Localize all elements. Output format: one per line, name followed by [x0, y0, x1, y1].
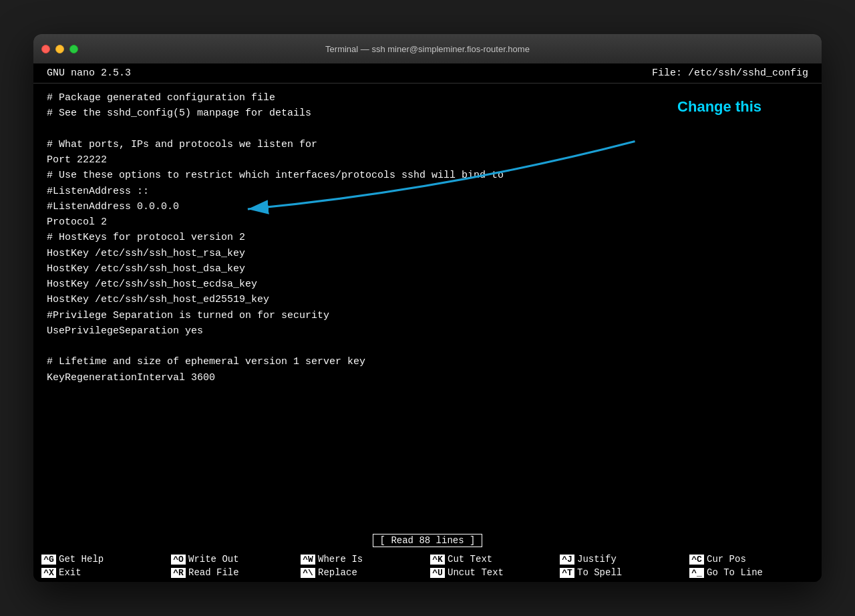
shortcut-item[interactable]: ^RRead File [168, 566, 298, 579]
editor-area[interactable]: # Package generated configuration file# … [33, 84, 822, 531]
status-bar: [ Read 88 lines ] [33, 531, 822, 550]
shortcut-item[interactable]: ^KCut Text [428, 553, 557, 566]
shortcut-key: ^J [560, 555, 574, 565]
shortcut-key: ^W [301, 555, 315, 565]
shortcut-key: ^\ [301, 568, 315, 578]
shortcut-label: Exit [59, 567, 81, 578]
editor-line [47, 339, 808, 354]
editor-line: HostKey /etc/ssh/ssh_host_ecdsa_key [47, 277, 808, 292]
editor-line: # What ports, IPs and protocols we liste… [47, 137, 808, 152]
shortcut-key: ^C [689, 555, 704, 565]
shortcut-key: ^O [171, 555, 186, 565]
nano-version: GNU nano 2.5.3 [47, 67, 131, 79]
titlebar: Terminal — ssh miner@simpleminer.fios-ro… [33, 34, 822, 63]
shortcut-item[interactable]: ^GGet Help [39, 553, 168, 566]
shortcut-label: Cut Text [448, 554, 492, 565]
status-message: [ Read 88 lines ] [373, 534, 483, 547]
nano-header: GNU nano 2.5.3 File: /etc/ssh/sshd_confi… [33, 63, 822, 84]
shortcut-label: To Spell [577, 567, 622, 578]
editor-line: # Package generated configuration file [47, 90, 808, 106]
editor-line: Protocol 2 [47, 214, 808, 230]
traffic-lights [41, 45, 78, 53]
shortcut-item[interactable]: ^TTo Spell [557, 566, 687, 579]
editor-content: # Package generated configuration file# … [47, 90, 808, 386]
editor-line: HostKey /etc/ssh/ssh_host_dsa_key [47, 261, 808, 277]
shortcut-item[interactable]: ^JJustify [557, 553, 687, 566]
shortcut-item[interactable]: ^UUncut Text [428, 566, 557, 579]
editor-line: HostKey /etc/ssh/ssh_host_ed25519_key [47, 292, 808, 307]
shortcut-row-2: ^XExit^RRead File^\Replace^UUncut Text^T… [39, 566, 816, 579]
shortcut-label: Read File [188, 567, 239, 578]
shortcut-key: ^U [430, 568, 445, 578]
editor-line: KeyRegenerationInterval 3600 [47, 370, 808, 386]
maximize-button[interactable] [69, 45, 78, 53]
shortcut-key: ^R [171, 568, 186, 578]
editor-line: UsePrivilegeSeparation yes [47, 323, 808, 339]
shortcut-label: Uncut Text [448, 567, 504, 578]
shortcut-label: Where Is [318, 554, 363, 565]
editor-line: #Privilege Separation is turned on for s… [47, 308, 808, 323]
shortcut-item[interactable]: ^CCur Pos [687, 553, 816, 566]
editor-line: # See the sshd_config(5) manpage for det… [47, 106, 808, 121]
editor-line: HostKey /etc/ssh/ssh_host_rsa_key [47, 246, 808, 261]
terminal-window: Terminal — ssh miner@simpleminer.fios-ro… [33, 34, 822, 582]
editor-line: # Use these options to restrict which in… [47, 168, 808, 183]
editor-line: # HostKeys for protocol version 2 [47, 230, 808, 245]
minimize-button[interactable] [55, 45, 64, 53]
shortcut-label: Get Help [59, 554, 104, 565]
shortcut-key: ^K [430, 555, 445, 565]
window-title: Terminal — ssh miner@simpleminer.fios-ro… [33, 44, 822, 54]
editor-line: #ListenAddress 0.0.0.0 [47, 199, 808, 214]
editor-line: #ListenAddress :: [47, 184, 808, 199]
editor-line: # Lifetime and size of ephemeral version… [47, 354, 808, 369]
shortcut-label: Write Out [188, 554, 239, 565]
shortcut-item[interactable]: ^WWhere Is [298, 553, 428, 566]
shortcut-key: ^T [560, 568, 574, 578]
shortcut-row-1: ^GGet Help^OWrite Out^WWhere Is^KCut Tex… [39, 553, 816, 566]
shortcut-label: Cur Pos [707, 554, 746, 565]
editor-line [47, 122, 808, 137]
shortcut-item[interactable]: ^XExit [39, 566, 168, 579]
shortcut-key: ^G [41, 555, 56, 565]
shortcut-label: Justify [577, 554, 617, 565]
shortcut-item[interactable]: ^_Go To Line [687, 566, 816, 579]
shortcut-label: Replace [318, 567, 357, 578]
shortcut-bar: ^GGet Help^OWrite Out^WWhere Is^KCut Tex… [33, 550, 822, 582]
shortcut-key: ^X [41, 568, 56, 578]
shortcut-label: Go To Line [707, 567, 763, 578]
nano-filename: File: /etc/ssh/sshd_config [652, 67, 808, 79]
editor-line: Port 22222 [47, 152, 808, 168]
shortcut-key: ^_ [689, 568, 704, 578]
close-button[interactable] [41, 45, 50, 53]
shortcut-item[interactable]: ^OWrite Out [168, 553, 298, 566]
shortcut-item[interactable]: ^\Replace [298, 566, 428, 579]
